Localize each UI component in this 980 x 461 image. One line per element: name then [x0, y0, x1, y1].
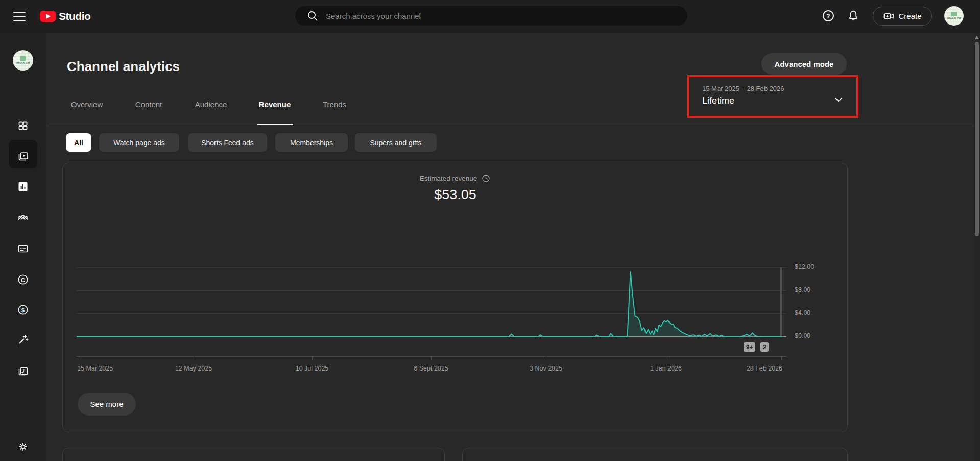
sidebar-item-content[interactable] — [17, 150, 29, 162]
x-axis-line — [77, 356, 786, 357]
x-tick — [81, 356, 81, 360]
chip-memberships[interactable]: Memberships — [275, 133, 348, 152]
magic-wand-icon — [17, 334, 29, 346]
content-icon — [17, 150, 29, 162]
x-axis-label-1: 15 Mar 2025 — [77, 365, 113, 372]
bottom-card-right — [462, 448, 848, 461]
event-badge-2[interactable]: 2 — [760, 342, 769, 352]
y-axis-label-0: $0.00 — [795, 332, 810, 339]
date-preset-label: Lifetime — [702, 96, 734, 106]
tab-trends[interactable]: Trends — [323, 100, 346, 109]
channel-name-text: IMAAN ZM — [947, 17, 961, 20]
sidebar-item-audio-library[interactable] — [17, 365, 29, 377]
studio-wordmark: Studio — [59, 10, 90, 22]
revenue-area-fill — [77, 272, 781, 337]
topbar: Studio ? Create IMAAN ZM — [0, 0, 980, 33]
youtube-studio-logo[interactable]: Studio — [40, 10, 90, 22]
search-bar[interactable] — [295, 6, 687, 26]
sidebar-item-analytics[interactable] — [17, 180, 29, 193]
see-more-label: See more — [90, 400, 123, 408]
hamburger-menu-icon[interactable] — [13, 12, 26, 21]
bottom-card-left — [62, 448, 445, 461]
clock-icon — [481, 174, 491, 183]
date-range-text: 15 Mar 2025 – 28 Feb 2026 — [702, 85, 784, 93]
sidebar-item-community[interactable] — [17, 212, 29, 224]
x-tick — [546, 356, 546, 360]
x-axis-label-5: 3 Nov 2025 — [530, 365, 562, 372]
search-icon — [306, 10, 319, 22]
channel-logo-mark — [951, 12, 957, 16]
community-icon — [17, 212, 29, 224]
sidebar-channel-avatar[interactable]: IMAAN ZM — [13, 50, 33, 71]
metric-label: Estimated revenue — [420, 175, 477, 182]
dashboard-icon — [17, 120, 29, 132]
monetization-dollar-icon: $ — [17, 304, 29, 316]
channel-logo-mark — [20, 56, 26, 61]
sidebar-item-earn[interactable]: $ — [17, 304, 29, 316]
notifications-bell-icon[interactable] — [847, 9, 860, 22]
create-button[interactable]: Create — [873, 7, 932, 26]
scrollbar-up-arrow[interactable] — [975, 36, 979, 39]
settings-gear-icon — [17, 441, 29, 453]
x-axis-label-4: 6 Sept 2025 — [414, 365, 448, 372]
metric-value: $53.05 — [0, 187, 945, 203]
sidebar-item-subtitles[interactable] — [17, 243, 29, 255]
create-button-label: Create — [898, 12, 921, 20]
x-axis-label-2: 12 May 2025 — [175, 365, 212, 372]
subtitles-icon — [17, 243, 29, 255]
search-input[interactable] — [326, 12, 658, 20]
x-tick — [312, 356, 313, 360]
svg-text:?: ? — [826, 13, 830, 20]
chip-all[interactable]: All — [66, 133, 91, 152]
advanced-mode-label: Advanced mode — [775, 60, 834, 68]
help-icon[interactable]: ? — [822, 9, 835, 22]
tab-content[interactable]: Content — [135, 100, 162, 109]
channel-name-text: IMAAN ZM — [16, 61, 30, 64]
x-axis-label-6: 1 Jan 2026 — [650, 365, 682, 372]
sidebar-item-copyright[interactable]: C — [17, 273, 29, 286]
active-tab-underline — [257, 124, 293, 125]
create-video-icon — [883, 10, 895, 22]
chevron-down-icon — [832, 94, 845, 106]
tab-revenue[interactable]: Revenue — [259, 100, 291, 109]
youtube-play-icon — [40, 11, 56, 22]
chart-plot-area[interactable] — [77, 261, 786, 337]
scrollbar-thumb[interactable] — [975, 42, 979, 236]
x-tick — [781, 356, 782, 360]
svg-text:$: $ — [21, 307, 25, 313]
account-avatar[interactable]: IMAAN ZM — [944, 6, 964, 26]
metric-header[interactable]: Estimated revenue — [0, 174, 945, 183]
sidebar-item-dashboard[interactable] — [17, 120, 29, 132]
date-range-picker[interactable]: 15 Mar 2025 – 28 Feb 2026 Lifetime — [689, 77, 856, 116]
revenue-line — [77, 272, 781, 337]
y-axis-label-4: $4.00 — [795, 309, 810, 316]
chip-supers-and-gifts[interactable]: Supers and gifts — [355, 133, 437, 152]
event-badge-9plus[interactable]: 9+ — [744, 342, 755, 352]
tab-audience[interactable]: Audience — [195, 100, 227, 109]
sidebar: IMAAN ZM — [0, 33, 46, 461]
svg-text:C: C — [21, 277, 25, 283]
page-title: Channel analytics — [67, 59, 180, 75]
x-tick — [666, 356, 666, 360]
x-tick — [431, 356, 432, 360]
tab-overview[interactable]: Overview — [71, 100, 103, 109]
sidebar-item-settings[interactable] — [17, 441, 29, 453]
copyright-icon: C — [17, 273, 29, 286]
audio-library-icon — [17, 365, 29, 377]
y-axis-label-12: $12.00 — [795, 263, 814, 270]
chip-shorts-feed-ads[interactable]: Shorts Feed ads — [188, 133, 267, 152]
x-tick — [194, 356, 194, 360]
tabs-divider — [46, 126, 974, 126]
x-axis-label-3: 10 Jul 2025 — [296, 365, 329, 372]
sidebar-item-customization[interactable] — [17, 334, 29, 346]
chip-watch-page-ads[interactable]: Watch page ads — [99, 133, 179, 152]
y-axis-label-8: $8.00 — [795, 286, 810, 293]
see-more-button[interactable]: See more — [78, 393, 136, 416]
x-axis-label-7: 28 Feb 2026 — [747, 365, 782, 372]
advanced-mode-button[interactable]: Advanced mode — [761, 53, 847, 75]
analytics-icon — [17, 180, 29, 193]
